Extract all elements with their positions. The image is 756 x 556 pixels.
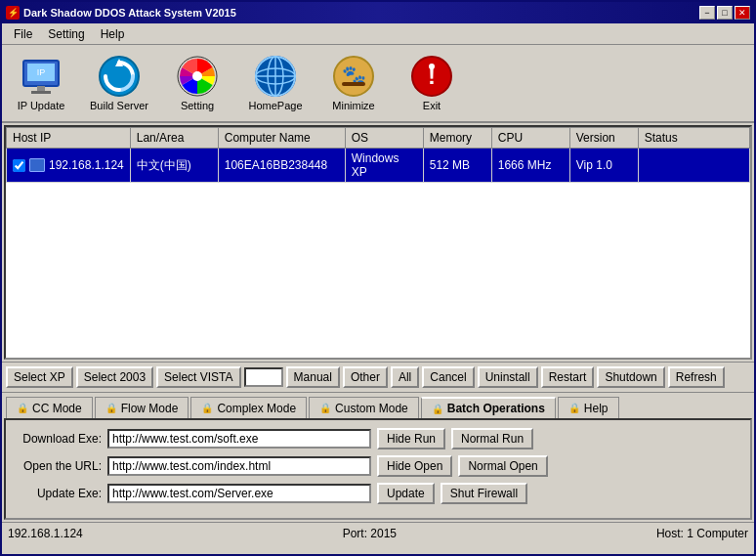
computer-icon xyxy=(29,158,45,172)
status-host: Host: 1 Computer xyxy=(656,527,748,540)
homepage-label: HomePage xyxy=(248,100,302,111)
update-button[interactable]: Update xyxy=(377,483,435,504)
homepage-icon xyxy=(254,55,297,98)
ip-update-icon: IP xyxy=(20,55,63,98)
cancel-button[interactable]: Cancel xyxy=(422,366,474,388)
svg-rect-2 xyxy=(37,86,45,91)
menu-help[interactable]: Help xyxy=(93,25,133,43)
cell-lan-area: 中文(中国) xyxy=(130,149,218,183)
shutdown-button[interactable]: Shutdown xyxy=(597,366,664,388)
tab-bar: 🔒 CC Mode 🔒 Flow Mode 🔒 Complex Mode 🔒 C… xyxy=(2,392,754,418)
main-window: ⚡ Dark Shadow DDOS Attack System V2015 −… xyxy=(0,0,756,556)
download-exe-label: Download Exe: xyxy=(14,432,102,446)
hide-open-button[interactable]: Hide Open xyxy=(377,455,452,477)
select-vista-button[interactable]: Select VISTA xyxy=(156,366,240,388)
title-bar: ⚡ Dark Shadow DDOS Attack System V2015 −… xyxy=(2,2,754,23)
checkbox-cell: 192.168.1.124 xyxy=(13,158,124,172)
minimize-label: Minimize xyxy=(332,100,374,111)
manual-button[interactable]: Manual xyxy=(286,366,340,388)
title-controls: − □ ✕ xyxy=(699,6,750,20)
table-row[interactable]: 192.168.1.124 中文(中国) 106EA16BB238448 Win… xyxy=(7,149,750,183)
menu-bar: File Setting Help xyxy=(2,23,754,45)
tab-flow-label: Flow Mode xyxy=(121,402,179,415)
toolbar: IP IP Update Build Server xyxy=(2,45,754,123)
open-url-label: Open the URL: xyxy=(14,459,102,473)
exit-icon: ! xyxy=(410,55,453,98)
cell-computer-name: 106EA16BB238448 xyxy=(218,149,345,183)
update-exe-row: Update Exe: Update Shut Firewall xyxy=(14,483,742,504)
tab-help-label: Help xyxy=(584,402,609,415)
exit-button[interactable]: ! Exit xyxy=(402,55,461,111)
tab-batch-operations[interactable]: 🔒 Batch Operations xyxy=(421,397,556,418)
col-memory: Memory xyxy=(423,128,491,149)
build-server-label: Build Server xyxy=(90,100,148,111)
tab-complex-label: Complex Mode xyxy=(217,402,296,415)
status-port: Port: 2015 xyxy=(343,527,397,540)
minimize-window-button[interactable]: − xyxy=(699,6,715,20)
minimize-button[interactable]: 🐾 Minimize xyxy=(324,55,383,111)
minimize-icon: 🐾 xyxy=(332,55,375,98)
all-button[interactable]: All xyxy=(391,366,419,388)
open-url-input[interactable] xyxy=(107,456,371,476)
lock-icon-complex: 🔒 xyxy=(201,403,213,413)
content-area: Host IP Lan/Area Computer Name OS Memory… xyxy=(2,123,754,554)
uninstall-button[interactable]: Uninstall xyxy=(478,366,538,388)
restart-button[interactable]: Restart xyxy=(541,366,595,388)
update-exe-label: Update Exe: xyxy=(14,487,102,500)
normal-open-button[interactable]: Normal Open xyxy=(458,455,547,477)
download-exe-input[interactable] xyxy=(107,429,371,449)
tab-custom-mode[interactable]: 🔒 Custom Mode xyxy=(309,397,419,418)
normal-run-button[interactable]: Normal Run xyxy=(451,428,533,449)
hide-run-button[interactable]: Hide Run xyxy=(377,428,445,449)
ip-update-button[interactable]: IP IP Update xyxy=(12,55,70,111)
svg-point-8 xyxy=(192,71,202,81)
open-url-row: Open the URL: Hide Open Normal Open xyxy=(14,455,742,477)
download-exe-row: Download Exe: Hide Run Normal Run xyxy=(14,428,742,449)
tab-complex-mode[interactable]: 🔒 Complex Mode xyxy=(190,397,307,418)
lock-icon-batch: 🔒 xyxy=(432,404,443,414)
tab-help[interactable]: 🔒 Help xyxy=(558,397,619,418)
cell-ip-value: 192.168.1.124 xyxy=(49,158,124,172)
col-host-ip: Host IP xyxy=(7,128,131,149)
menu-file[interactable]: File xyxy=(6,25,40,43)
build-server-icon xyxy=(98,55,141,98)
setting-icon xyxy=(176,55,219,98)
select-2003-button[interactable]: Select 2003 xyxy=(76,366,153,388)
svg-text:IP: IP xyxy=(37,67,46,77)
update-exe-input[interactable] xyxy=(107,484,371,503)
status-ip: 192.168.1.124 xyxy=(8,527,83,540)
row-checkbox[interactable] xyxy=(13,159,25,172)
hosts-table: Host IP Lan/Area Computer Name OS Memory… xyxy=(6,127,750,183)
setting-label: Setting xyxy=(181,100,214,111)
select-xp-button[interactable]: Select XP xyxy=(6,366,73,388)
tab-batch-label: Batch Operations xyxy=(447,402,545,415)
setting-button[interactable]: Setting xyxy=(168,55,227,111)
cell-os: Windows XP xyxy=(345,149,423,183)
ip-update-label: IP Update xyxy=(18,100,65,111)
cell-memory: 512 MB xyxy=(423,149,491,183)
col-os: OS xyxy=(345,128,423,149)
refresh-button[interactable]: Refresh xyxy=(668,366,725,388)
other-button[interactable]: Other xyxy=(343,366,388,388)
homepage-button[interactable]: HomePage xyxy=(246,55,305,111)
tab-cc-mode[interactable]: 🔒 CC Mode xyxy=(6,397,93,418)
lock-icon-flow: 🔒 xyxy=(105,403,117,413)
tab-flow-mode[interactable]: 🔒 Flow Mode xyxy=(95,397,189,418)
maximize-window-button[interactable]: □ xyxy=(717,6,733,20)
number-input[interactable]: 0 xyxy=(244,367,283,387)
bottom-button-row: Select XP Select 2003 Select VISTA 0 Man… xyxy=(2,362,754,392)
tab-custom-label: Custom Mode xyxy=(335,402,408,415)
col-lan-area: Lan/Area xyxy=(130,128,218,149)
title-bar-left: ⚡ Dark Shadow DDOS Attack System V2015 xyxy=(6,6,236,20)
window-title: Dark Shadow DDOS Attack System V2015 xyxy=(23,7,236,19)
col-status: Status xyxy=(638,128,749,149)
table-area: Host IP Lan/Area Computer Name OS Memory… xyxy=(4,125,752,360)
cell-host-ip: 192.168.1.124 xyxy=(7,149,131,183)
status-bar: 192.168.1.124 Port: 2015 Host: 1 Compute… xyxy=(2,522,754,543)
app-icon: ⚡ xyxy=(6,6,20,20)
col-version: Version xyxy=(569,128,638,149)
close-window-button[interactable]: ✕ xyxy=(735,6,750,20)
build-server-button[interactable]: Build Server xyxy=(90,55,148,111)
menu-setting[interactable]: Setting xyxy=(40,25,92,43)
shut-firewall-button[interactable]: Shut Firewall xyxy=(441,483,527,504)
